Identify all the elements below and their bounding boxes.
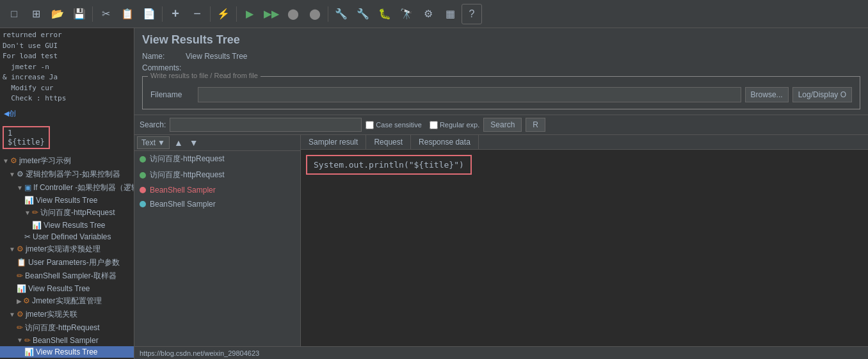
bottom-url: https://blog.csdn.net/weixin_29804623 — [140, 349, 259, 357]
search-button[interactable]: Search — [483, 118, 522, 132]
tree-if-controller[interactable]: ▼ ▣ If Controller -如果控制器（逻辑控制器） — [0, 181, 134, 195]
vrs-label: View Results Tree — [36, 347, 98, 356]
bs2-icon: ✏ — [24, 336, 31, 345]
tab-request[interactable]: Request — [366, 135, 411, 149]
result-item-3[interactable]: BeanShell Sampler — [134, 183, 300, 197]
sep1 — [92, 6, 93, 22]
impl-collapse: ▼ — [9, 246, 15, 253]
if-collapse: ▼ — [17, 184, 23, 191]
new-button[interactable]: □ — [4, 4, 24, 24]
scroll-down-button[interactable]: ▼ — [188, 137, 200, 148]
tab-sampler-result[interactable]: Sampler result — [301, 135, 366, 149]
left-code-panel: returned error Don't use GUI For load te… — [0, 28, 134, 359]
sep3 — [210, 6, 211, 22]
vr3-icon: 📊 — [17, 284, 26, 293]
tree-visit-baidu-1[interactable]: ▼ ✏ 访问百度-httpRequest — [0, 206, 134, 219]
cut-button[interactable]: ✂ — [95, 4, 116, 24]
tab-response-data[interactable]: Response data — [411, 135, 479, 149]
detail-code-box: System.out.println("${title}") — [306, 155, 472, 175]
vr1-label: View Results Tree — [36, 196, 98, 205]
checkbox-group: Case sensitive Regular exp. — [366, 121, 479, 129]
app-container: □ ⊞ 📂 💾 ✂ 📋 📄 + − ⚡ ▶ ▶▶ ⬤ ⬤ 🔧 🔧 🐛 🔭 ⚙ ▦… — [0, 0, 868, 359]
tree-jmeter-assoc[interactable]: ▼ ⚙ jmeter实现关联 — [0, 308, 134, 321]
result-dot-2 — [140, 172, 146, 179]
tree-root[interactable]: ▼ ⚙ jmeter学习示例 — [0, 154, 134, 168]
tree-view-results-2[interactable]: 📊 View Results Tree — [0, 219, 134, 231]
search-label: Search: — [140, 120, 166, 129]
bug-button[interactable]: 🐛 — [374, 4, 395, 24]
name-label: Name: — [142, 52, 181, 61]
bs2-collapse: ▼ — [17, 337, 23, 344]
tree-jmeter-config[interactable]: ▶ ⚙ Jmeter实现配置管理 — [0, 294, 134, 308]
tree-logic-study[interactable]: ▼ ⚙ 逻辑控制器学习-如果控制器 — [0, 168, 134, 181]
vrs-icon: 📊 — [24, 347, 34, 356]
tools2-button[interactable]: 🔧 — [353, 4, 373, 24]
add-button[interactable]: + — [165, 4, 186, 24]
assoc-icon: ⚙ — [17, 310, 24, 319]
action-button[interactable]: ⚡ — [213, 4, 234, 24]
stop-all-button[interactable]: ⬤ — [305, 4, 325, 24]
stop-button[interactable]: ⬤ — [283, 4, 303, 24]
reset-button[interactable]: R — [526, 118, 545, 132]
text-dropdown[interactable]: Text ▼ — [137, 136, 170, 149]
impl-label: jmeter实现请求预处理 — [26, 244, 100, 255]
run-button[interactable]: ▶ — [239, 4, 260, 24]
regular-exp-check[interactable]: Regular exp. — [430, 121, 479, 129]
assoc-collapse: ▼ — [9, 311, 15, 318]
cfg-label: Jmeter实现配置管理 — [32, 296, 102, 307]
tree-jmeter-impl[interactable]: ▼ ⚙ jmeter实现请求预处理 — [0, 243, 134, 256]
tree-beanshell-2[interactable]: ▼ ✏ BeanShell Sampler — [0, 335, 134, 346]
grid-button[interactable]: ▦ — [440, 4, 460, 24]
tree-view-results-1[interactable]: 📊 View Results Tree — [0, 195, 134, 206]
tree-view-results-selected[interactable]: 📊 View Results Tree — [0, 346, 134, 358]
result-label-2: 访问百度-httpRequest — [150, 170, 225, 180]
settings-button[interactable]: ⚙ — [418, 4, 438, 24]
comments-row: Comments: — [142, 63, 860, 72]
save-button[interactable]: 💾 — [69, 4, 90, 24]
tree-visit-baidu-2[interactable]: ✏ 访问百度-httpRequest — [0, 321, 134, 335]
remove-button[interactable]: − — [187, 4, 207, 24]
results-area: Text ▼ ▲ ▼ 访问百度-httpRequest 访问 — [134, 135, 868, 346]
detail-tabs: Sampler result Request Response data — [301, 135, 868, 150]
scroll-up-button[interactable]: ▲ — [172, 137, 185, 148]
templates-button[interactable]: ⊞ — [26, 4, 46, 24]
result-item-1[interactable]: 访问百度-httpRequest — [134, 151, 300, 167]
root-label: jmeter学习示例 — [19, 156, 71, 166]
search-input[interactable] — [170, 118, 362, 132]
cfg-icon: ⚙ — [23, 296, 30, 305]
logic-icon: ⚙ — [17, 170, 24, 179]
binoculars-button[interactable]: 🔭 — [396, 4, 417, 24]
case-sensitive-checkbox[interactable] — [366, 121, 374, 129]
bottom-bar: https://blog.csdn.net/weixin_29804623 — [134, 346, 868, 359]
right-header: View Results Tree Name: View Results Tre… — [134, 28, 868, 115]
tree-user-params[interactable]: 📋 User Parameters-用户参数 — [0, 256, 134, 269]
result-item-2[interactable]: 访问百度-httpRequest — [134, 167, 300, 183]
vb1-label: 访问百度-httpRequest — [40, 207, 115, 218]
log-display-button[interactable]: Log/Display O — [792, 87, 852, 102]
case-sensitive-check[interactable]: Case sensitive — [366, 121, 422, 129]
paste-button[interactable]: 📄 — [139, 4, 159, 24]
tree-panel: ▼ ⚙ jmeter学习示例 ▼ ⚙ 逻辑控制器学习-如果控制器 ▼ ▣ If … — [0, 154, 134, 360]
cfg-collapse: ▶ — [17, 298, 22, 305]
root-icon: ⚙ — [10, 156, 17, 165]
root-collapse: ▼ — [3, 157, 9, 164]
tree-view-results-3[interactable]: 📊 View Results Tree — [0, 283, 134, 294]
copy-button[interactable]: 📋 — [117, 4, 138, 24]
result-item-4[interactable]: BeanShell Sampler — [134, 197, 300, 211]
tools1-button[interactable]: 🔧 — [331, 4, 351, 24]
name-row: Name: View Results Tree — [142, 52, 860, 61]
filename-label: Filename — [150, 90, 189, 99]
dropdown-arrow-icon: ▼ — [157, 138, 165, 147]
tree-user-defined[interactable]: ✂ User Defined Variables — [0, 231, 134, 243]
help-button[interactable]: ? — [462, 4, 482, 24]
ud-label: User Defined Variables — [33, 232, 111, 241]
regular-exp-checkbox[interactable] — [430, 121, 438, 129]
back-button[interactable]: ◀ 创 — [0, 106, 134, 121]
run-all-button[interactable]: ▶▶ — [261, 4, 282, 24]
if-icon: ▣ — [24, 183, 31, 192]
filename-input[interactable] — [198, 87, 741, 102]
tree-beanshell-1[interactable]: ✏ BeanShell Sampler-取样器 — [0, 269, 134, 283]
browse-button[interactable]: Browse... — [745, 87, 789, 102]
results-items: 访问百度-httpRequest 访问百度-httpRequest BeanSh… — [134, 151, 300, 346]
open-button[interactable]: 📂 — [47, 4, 68, 24]
